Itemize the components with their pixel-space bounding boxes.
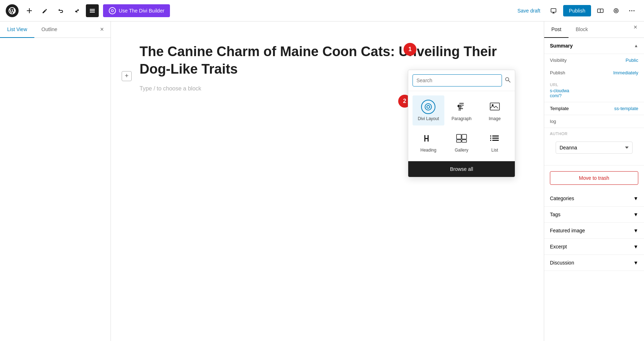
add-block-inline-button[interactable]: + [122,71,132,81]
block-label-paragraph: Paragraph [452,116,472,121]
tab-post[interactable]: Post [544,21,569,38]
toolbar: Use The Divi Builder Save draft Publish [0,0,644,21]
author-label: AUTHOR [544,128,644,137]
tags-label: Tags [550,212,561,217]
svg-point-19 [427,105,430,108]
svg-rect-6 [551,9,556,12]
svg-line-17 [508,80,510,82]
tags-accordion[interactable]: Tags ▼ [544,207,644,223]
categories-accordion[interactable]: Categories ▼ [544,191,644,207]
move-to-trash-button[interactable]: Move to trash [550,171,638,185]
tab-list-view[interactable]: List View [0,21,34,38]
svg-point-11 [614,9,618,13]
svg-rect-26 [457,134,461,139]
block-item-list[interactable]: List [479,127,511,157]
image-icon [488,100,502,114]
left-panel: List View Outline × [0,21,111,341]
svg-point-5 [111,10,113,12]
add-block-button[interactable] [23,4,36,17]
discussion-accordion[interactable]: Discussion ▼ [544,255,644,271]
right-panel-content: Summary ▲ Visibility Public Publish Imme… [544,38,644,341]
excerpt-accordion[interactable]: Excerpt ▼ [544,239,644,255]
svg-rect-35 [492,140,499,141]
url-value[interactable]: s-cloudwacom/? [550,88,569,98]
redo-button[interactable] [70,4,83,17]
browse-all-button[interactable]: Browse all [408,161,515,177]
heading-icon [421,131,435,145]
main-layout: List View Outline × The Canine Charm of … [0,21,644,341]
gallery-icon [454,131,469,145]
discussion-chevron-icon: ▼ [633,260,638,266]
divi-builder-button[interactable]: Use The Divi Builder [103,4,170,17]
block-inserter-search-area [408,70,515,91]
svg-rect-28 [457,140,461,142]
svg-point-14 [631,10,633,11]
author-select[interactable]: Deanna [556,142,633,154]
panel-close-button[interactable]: × [96,24,108,35]
svg-rect-8 [553,12,554,13]
template-value[interactable]: ss-template [614,106,638,111]
block-item-paragraph[interactable]: ¶ Paragraph [446,95,478,125]
divi-layout-icon [421,100,435,114]
svg-rect-33 [492,138,499,139]
wp-logo[interactable] [6,4,19,17]
search-icon [505,77,511,84]
svg-rect-4 [90,12,95,13]
svg-rect-30 [490,135,491,137]
undo-button[interactable] [54,4,67,17]
svg-point-22 [492,104,493,106]
preview-button[interactable] [547,4,560,17]
block-label-image: Image [489,116,501,121]
tab-block[interactable]: Block [569,21,595,38]
svg-point-15 [634,10,635,11]
url-preview: URL s-cloudwacom/? [544,79,644,102]
panel-tabs: List View Outline × [0,21,111,38]
featured-image-chevron-icon: ▼ [633,228,638,233]
edit-button[interactable] [39,4,52,17]
blog-value: log [550,119,556,124]
svg-rect-32 [490,138,491,139]
block-item-image[interactable]: Image [479,95,511,125]
right-panel: Post Block × Summary ▲ Visibility Public… [544,21,644,341]
blog-row: log [544,115,644,128]
svg-rect-25 [424,138,429,139]
divi-settings-button[interactable] [610,4,623,17]
publish-label: Publish [550,70,565,75]
summary-section-header[interactable]: Summary ▲ [544,38,644,54]
list-view-toggle-button[interactable] [86,4,99,17]
template-label: Template [550,106,569,111]
block-item-divi-layout[interactable]: Divi Layout [413,95,444,125]
excerpt-chevron-icon: ▼ [633,244,638,249]
more-options-button[interactable] [625,4,638,17]
publish-row: Publish Immediately [544,66,644,79]
paragraph-icon: ¶ [454,100,469,114]
block-inserter-popup: Divi Layout ¶ Paragraph Image [408,70,515,177]
block-search-input[interactable] [413,74,502,87]
visibility-value[interactable]: Public [626,58,638,63]
right-panel-tabs: Post Block × [544,21,644,38]
svg-rect-1 [27,10,32,11]
right-panel-close-button[interactable]: × [630,21,641,33]
block-grid: Divi Layout ¶ Paragraph Image [408,91,515,161]
save-draft-button[interactable]: Save draft [513,5,545,16]
categories-label: Categories [550,196,574,201]
publish-button[interactable]: Publish [563,5,591,16]
publish-value[interactable]: Immediately [613,70,638,75]
tags-chevron-icon: ▼ [633,212,638,217]
block-item-gallery[interactable]: Gallery [446,127,478,157]
categories-chevron-icon: ▼ [633,196,638,201]
block-label-gallery: Gallery [455,148,468,153]
excerpt-label: Excerpt [550,244,567,249]
settings-button[interactable] [594,4,607,17]
svg-rect-21 [490,103,499,110]
block-label-heading: Heading [420,148,436,153]
block-item-heading[interactable]: Heading [413,127,444,157]
svg-point-12 [615,10,617,11]
url-label: URL [550,83,638,87]
featured-image-accordion[interactable]: Featured image ▼ [544,223,644,239]
step-1-indicator: 1 [404,43,416,56]
tab-outline[interactable]: Outline [34,21,64,38]
summary-label: Summary [550,43,573,49]
discussion-label: Discussion [550,260,574,266]
template-row: Template ss-template [544,102,644,115]
